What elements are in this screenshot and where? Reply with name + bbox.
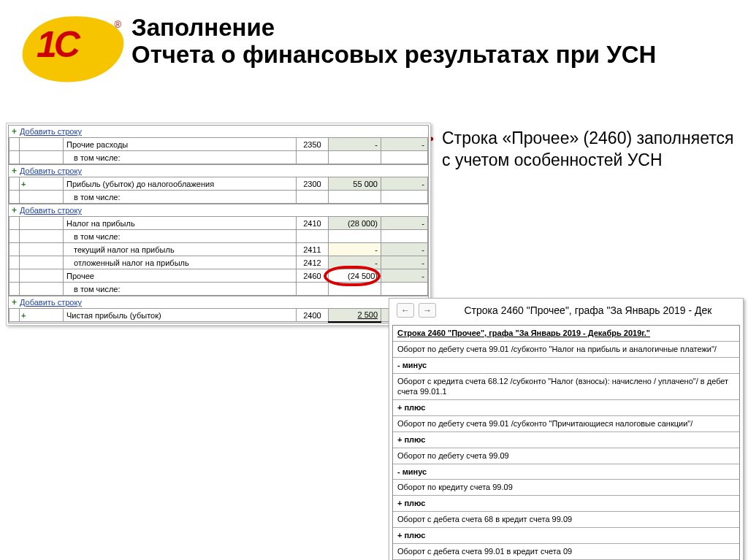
report-window: +Добавить строкуПрочие расходы2350--в то… [6, 123, 431, 326]
row-value-current[interactable]: (28 000) [329, 217, 381, 230]
detail-body: Строка 2460 "Прочее", графа "За Январь 2… [392, 325, 740, 560]
row-value-current[interactable]: 55 000 [329, 177, 381, 191]
row-value-current[interactable] [329, 283, 381, 296]
detail-line: Оборот с кредита счета 68.12 /субконто "… [393, 373, 739, 400]
row-code: 2460 [297, 269, 329, 283]
row-name: в том числе: [64, 191, 297, 204]
add-row-label: Добавить строку [20, 298, 82, 307]
row-value-prev[interactable]: - [381, 138, 428, 151]
row-value-prev[interactable]: - [381, 243, 428, 256]
row-code: 2350 [297, 138, 329, 151]
add-row-link[interactable]: +Добавить строку [9, 296, 428, 308]
row-value-prev[interactable]: - [381, 269, 428, 283]
row-value-prev[interactable] [381, 283, 428, 296]
report-row[interactable]: +Чистая прибыль (убыток)24002 500- [9, 309, 428, 322]
row-value-current[interactable] [329, 230, 381, 243]
row-code: 2300 [297, 177, 329, 191]
report-row[interactable]: Прочие расходы2350-- [9, 138, 428, 151]
row-value-current[interactable]: 2 500 [329, 309, 381, 322]
row-name: в том числе: [64, 151, 297, 164]
row-name: в том числе: [64, 283, 297, 296]
row-name: текущий налог на прибыль [64, 243, 297, 256]
detail-operator: - минус [393, 357, 739, 373]
row-value-prev[interactable] [381, 191, 428, 204]
row-name: Прочие расходы [64, 138, 297, 151]
row-value-current[interactable]: - [329, 138, 381, 151]
nav-forward-button[interactable]: → [419, 303, 436, 318]
row-value-current[interactable] [329, 151, 381, 164]
detail-window: ← → Строка 2460 "Прочее", графа "За Янва… [389, 298, 744, 560]
detail-toolbar: ← → Строка 2460 "Прочее", графа "За Янва… [389, 299, 743, 322]
add-row-label: Добавить строку [20, 127, 82, 136]
detail-operator: + плюс [393, 527, 739, 543]
report-row[interactable]: в том числе: [9, 230, 428, 243]
row-code: 2400 [297, 309, 329, 322]
detail-line: Оборот с дебета счета 68 в кредит счета … [393, 511, 739, 527]
row-name: Чистая прибыль (убыток) [64, 309, 297, 322]
detail-line: Оборот по кредиту счета 99.09 [393, 479, 739, 495]
slide-bullet: Строка «Прочее» (2460) заполняется с уче… [442, 128, 734, 172]
detail-operator: + плюс [393, 399, 739, 415]
detail-line: Оборот по дебету счета 99.09 [393, 448, 739, 464]
row-value-prev[interactable]: - [381, 256, 428, 269]
detail-operator: - минус [393, 464, 739, 480]
row-name: отложенный налог на прибыль [64, 256, 297, 269]
add-row-label: Добавить строку [20, 166, 82, 175]
row-code [297, 151, 329, 164]
report-row[interactable]: в том числе: [9, 191, 428, 204]
slide-title: ЗаполнениеОтчета о финансовых результата… [131, 15, 656, 69]
report-row[interactable]: отложенный налог на прибыль2412-- [9, 256, 428, 269]
row-value-prev[interactable] [381, 230, 428, 243]
row-code: 2411 [297, 243, 329, 256]
plus-icon: + [12, 206, 17, 215]
add-row-link[interactable]: +Добавить строку [9, 204, 428, 216]
row-value-prev[interactable]: - [381, 217, 428, 230]
row-code [297, 191, 329, 204]
add-row-link[interactable]: +Добавить строку [9, 126, 428, 137]
row-value-current[interactable]: - [329, 243, 381, 256]
row-code: 2410 [297, 217, 329, 230]
detail-title: Строка 2460 "Прочее", графа "За Январь 2… [440, 303, 736, 318]
detail-line: Оборот по дебету счета 99.01 /субконто "… [393, 415, 739, 431]
row-value-prev[interactable]: - [381, 177, 428, 191]
row-code [297, 283, 329, 296]
row-code: 2412 [297, 256, 329, 269]
report-row[interactable]: Налог на прибыль2410(28 000)- [9, 217, 428, 230]
row-name: Прочее [64, 269, 297, 283]
logo-registered: ® [114, 19, 121, 30]
add-row-label: Добавить строку [20, 206, 82, 215]
row-name: Налог на прибыль [64, 217, 297, 230]
report-row[interactable]: Прочее2460(24 500)- [9, 269, 428, 283]
logo-text: 1С [37, 23, 77, 66]
row-code [297, 230, 329, 243]
detail-line: Оборот по дебету счета 99.01 /субконто "… [393, 341, 739, 357]
report-row[interactable]: текущий налог на прибыль2411-- [9, 243, 428, 256]
detail-line: Оборот с дебета счета 99.01 в кредит сче… [393, 543, 739, 559]
detail-header: Строка 2460 "Прочее", графа "За Январь 2… [393, 326, 739, 341]
row-value-current[interactable] [329, 191, 381, 204]
detail-operator: + плюс [393, 431, 739, 448]
detail-operator: + плюс [393, 495, 739, 511]
row-name: Прибыль (убыток) до налогооблажения [64, 177, 297, 191]
report-row[interactable]: +Прибыль (убыток) до налогооблажения2300… [9, 177, 428, 191]
plus-icon: + [12, 298, 17, 307]
plus-icon: + [12, 127, 17, 136]
row-value-current[interactable]: (24 500) [329, 269, 381, 283]
row-value-current[interactable]: - [329, 256, 381, 269]
add-row-link[interactable]: +Добавить строку [9, 164, 428, 177]
nav-back-button[interactable]: ← [397, 303, 414, 318]
row-name: в том числе: [64, 230, 297, 243]
logo-1c: 1С ® [22, 16, 124, 82]
plus-icon: + [12, 166, 17, 175]
report-row[interactable]: в том числе: [9, 151, 428, 164]
row-value-prev[interactable] [381, 151, 428, 164]
report-row[interactable]: в том числе: [9, 283, 428, 296]
